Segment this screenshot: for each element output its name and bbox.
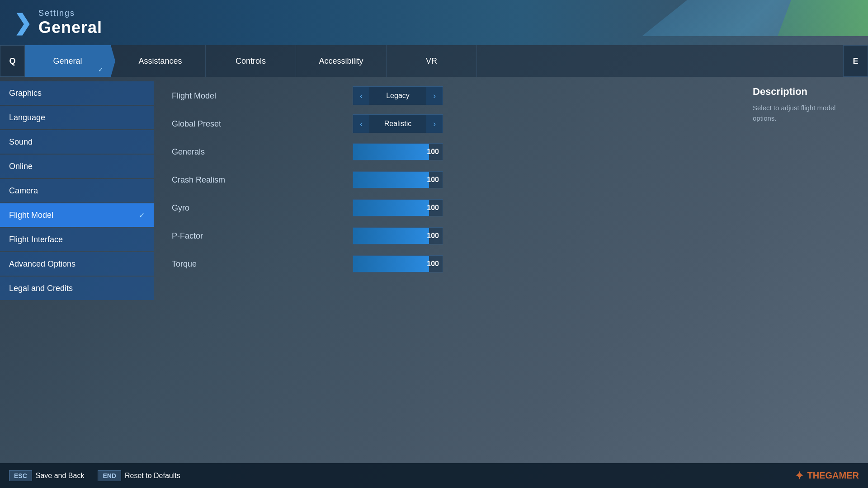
sidebar: Graphics Language Sound Online Camera Fl…: [0, 77, 154, 461]
generals-slider-fill: [353, 144, 429, 160]
flight-model-prev-button[interactable]: ‹: [353, 87, 369, 105]
torque-slider[interactable]: 100: [353, 255, 443, 272]
setting-row-global-preset: Global Preset ‹ Realistic ›: [172, 114, 723, 134]
setting-control-generals: 100: [353, 143, 443, 160]
p-factor-slider-value: 100: [427, 232, 439, 240]
sidebar-item-sound[interactable]: Sound: [0, 130, 154, 154]
save-and-back-label: Save and Back: [36, 472, 85, 480]
header-chevron-icon: ❯: [14, 10, 32, 35]
torque-slider-fill: [353, 256, 429, 272]
setting-row-gyro: Gyro 100: [172, 198, 723, 218]
global-preset-next-button[interactable]: ›: [426, 115, 443, 133]
description-text: Select to adjust flight model options.: [753, 103, 857, 123]
main-content: Graphics Language Sound Online Camera Fl…: [0, 77, 868, 461]
tab-q-button[interactable]: Q: [0, 45, 25, 77]
sidebar-item-advanced-options[interactable]: Advanced Options: [0, 252, 154, 276]
setting-label-generals: Generals: [172, 147, 353, 157]
description-title: Description: [753, 86, 857, 98]
header-settings-label: Settings: [38, 9, 102, 18]
setting-control-torque: 100: [353, 255, 443, 272]
tab-general[interactable]: General: [25, 45, 115, 77]
setting-label-gyro: Gyro: [172, 203, 353, 213]
setting-control-p-factor: 100: [353, 227, 443, 244]
global-preset-selector[interactable]: ‹ Realistic ›: [353, 114, 443, 133]
global-preset-prev-button[interactable]: ‹: [353, 115, 369, 133]
setting-label-global-preset: Global Preset: [172, 119, 353, 129]
gyro-slider-value: 100: [427, 204, 439, 212]
setting-control-crash-realism: 100: [353, 171, 443, 188]
global-preset-value: Realistic: [369, 120, 426, 128]
crash-realism-slider-value: 100: [427, 176, 439, 184]
setting-row-flight-model: Flight Model ‹ Legacy ›: [172, 86, 723, 106]
flight-model-value: Legacy: [369, 92, 426, 100]
setting-row-p-factor: P-Factor 100: [172, 226, 723, 246]
tab-bar: Q General Assistances Controls Accessibi…: [0, 45, 868, 77]
sidebar-item-graphics[interactable]: Graphics: [0, 81, 154, 105]
setting-control-flight-model: ‹ Legacy ›: [353, 86, 443, 105]
crash-realism-slider[interactable]: 100: [353, 171, 443, 188]
logo-icon: ✦: [795, 469, 804, 482]
logo: ✦ THEGAMER: [795, 469, 859, 482]
gyro-slider-fill: [353, 200, 429, 216]
generals-slider[interactable]: 100: [353, 143, 443, 160]
setting-label-flight-model: Flight Model: [172, 91, 353, 101]
setting-row-torque: Torque 100: [172, 254, 723, 274]
p-factor-slider-fill: [353, 228, 429, 244]
sidebar-item-language[interactable]: Language: [0, 106, 154, 129]
setting-row-crash-realism: Crash Realism 100: [172, 170, 723, 190]
reset-to-defaults-label: Reset to Defaults: [125, 472, 180, 480]
gyro-slider[interactable]: 100: [353, 199, 443, 216]
setting-control-global-preset: ‹ Realistic ›: [353, 114, 443, 133]
sidebar-item-camera[interactable]: Camera: [0, 179, 154, 202]
flight-model-selector[interactable]: ‹ Legacy ›: [353, 86, 443, 105]
torque-slider-value: 100: [427, 260, 439, 268]
header-text: Settings General: [38, 9, 102, 37]
generals-slider-value: 100: [427, 148, 439, 156]
flight-model-next-button[interactable]: ›: [426, 87, 443, 105]
bottom-bar: ESC Save and Back END Reset to Defaults …: [0, 463, 868, 488]
tab-vr[interactable]: VR: [387, 45, 477, 77]
tab-controls[interactable]: Controls: [206, 45, 296, 77]
setting-label-p-factor: P-Factor: [172, 231, 353, 241]
end-key-label: END: [98, 470, 121, 481]
reset-to-defaults-button[interactable]: END Reset to Defaults: [98, 470, 180, 481]
settings-panel: Flight Model ‹ Legacy › Global Preset ‹ …: [154, 77, 741, 461]
sidebar-item-online[interactable]: Online: [0, 155, 154, 178]
logo-text: THEGAMER: [807, 470, 859, 481]
sidebar-item-flight-interface[interactable]: Flight Interface: [0, 228, 154, 251]
tab-e-button[interactable]: E: [843, 45, 868, 77]
setting-control-gyro: 100: [353, 199, 443, 216]
header-title: General: [38, 18, 102, 37]
sidebar-item-flight-model[interactable]: Flight Model: [0, 203, 154, 227]
p-factor-slider[interactable]: 100: [353, 227, 443, 244]
setting-label-torque: Torque: [172, 259, 353, 269]
description-panel: Description Select to adjust flight mode…: [741, 77, 868, 461]
tab-assistances[interactable]: Assistances: [115, 45, 206, 77]
sidebar-item-legal-and-credits[interactable]: Legal and Credits: [0, 277, 154, 300]
tab-accessibility[interactable]: Accessibility: [296, 45, 387, 77]
esc-key-label: ESC: [9, 470, 32, 481]
setting-row-generals: Generals 100: [172, 142, 723, 162]
crash-realism-slider-fill: [353, 172, 429, 188]
header-deco-2: [778, 0, 868, 36]
setting-label-crash-realism: Crash Realism: [172, 175, 353, 185]
save-and-back-button[interactable]: ESC Save and Back: [9, 470, 84, 481]
